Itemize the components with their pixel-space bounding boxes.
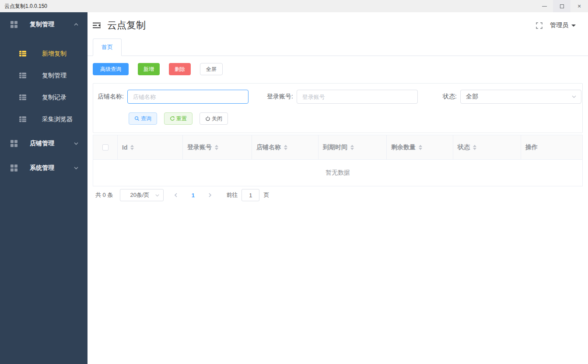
fullscreen-icon[interactable]: [536, 22, 542, 29]
close-filter-button[interactable]: 关闭: [200, 112, 228, 125]
sort-caret-icon[interactable]: [350, 145, 354, 150]
sidebar-fold-icon[interactable]: [93, 22, 101, 29]
goto-page-input[interactable]: [242, 189, 259, 201]
chevron-down-icon: [571, 94, 577, 99]
pagination-total: 共 0 条: [95, 191, 113, 199]
caret-down-icon[interactable]: [571, 24, 576, 27]
toolbar: 高级查询 新增 删除 全屏: [93, 63, 583, 75]
sidebar-item-copy-records[interactable]: 复制记录: [0, 87, 88, 108]
delete-button[interactable]: 删除: [169, 63, 191, 75]
reset-button-label: 重置: [176, 115, 187, 122]
table-icon: [19, 73, 26, 79]
data-table: Id 登录账号 店铺名称 到期时间: [93, 135, 583, 186]
page-title: 云点复制: [107, 19, 146, 32]
chevron-right-icon: [208, 192, 212, 198]
sidebar-item-copy-management[interactable]: 复制管理: [0, 65, 88, 87]
table-icon: [19, 51, 26, 57]
status-select[interactable]: 全部: [460, 90, 581, 104]
table-header-checkbox-cell: [93, 135, 118, 159]
table-header-login-account[interactable]: 登录账号: [183, 135, 252, 159]
prev-page-button[interactable]: [171, 192, 181, 198]
login-account-group: 登录账号:: [267, 90, 418, 104]
current-page-button[interactable]: 1: [188, 192, 198, 199]
window-minimize-button[interactable]: [536, 0, 553, 12]
maximize-icon: [560, 4, 564, 8]
status-label: 状态:: [443, 93, 457, 101]
sidebar-item-collect-browser[interactable]: 采集浏览器: [0, 108, 88, 130]
table-header-id[interactable]: Id: [118, 135, 183, 159]
table-header-remaining-qty[interactable]: 剩余数量: [387, 135, 453, 159]
shop-name-input[interactable]: [127, 90, 248, 104]
table-icon: [19, 116, 26, 122]
search-icon: [134, 116, 140, 121]
shop-name-label: 店铺名称:: [98, 93, 124, 101]
refresh-icon: [170, 116, 175, 121]
sidebar: 复制管理 新增复制 复制管理 复制记录 采集浏览器: [0, 12, 88, 364]
grid-icon: [10, 164, 18, 172]
user-menu[interactable]: 管理员: [550, 21, 568, 29]
window-maximize-button[interactable]: [553, 0, 570, 12]
close-icon: ×: [578, 3, 581, 9]
power-icon: [205, 116, 210, 121]
main-header: 云点复制 管理员: [88, 12, 588, 38]
sidebar-item-label: 采集浏览器: [42, 116, 73, 123]
next-page-button[interactable]: [205, 192, 215, 198]
sort-caret-icon[interactable]: [473, 145, 476, 150]
sidebar-item-label: 复制管理: [42, 72, 66, 80]
login-account-label: 登录账号:: [267, 93, 293, 101]
filter-actions: 查询 重置 关闭: [98, 112, 581, 125]
sidebar-group-copy-management[interactable]: 复制管理: [0, 12, 88, 37]
content: 高级查询 新增 删除 全屏 店铺名称: 登录账号:: [88, 56, 588, 364]
query-button-label: 查询: [141, 115, 151, 122]
table-header-status[interactable]: 状态: [453, 135, 521, 159]
chevron-left-icon: [174, 192, 178, 198]
grid-icon: [10, 140, 18, 147]
tab-home[interactable]: 首页: [93, 38, 122, 56]
sort-caret-icon[interactable]: [215, 145, 218, 150]
sidebar-item-label: 复制记录: [42, 94, 66, 102]
window-titlebar: 云点复制1.0.0.150 ×: [0, 0, 588, 12]
sidebar-submenu: 新增复制 复制管理 复制记录 采集浏览器: [0, 43, 88, 130]
filter-panel: 店铺名称: 登录账号: 状态: 全部: [93, 83, 583, 133]
chevron-down-icon: [74, 141, 79, 146]
filter-form: 店铺名称: 登录账号: 状态: 全部: [98, 90, 581, 104]
sidebar-group-system-management[interactable]: 系统管理: [0, 156, 88, 180]
table-icon: [19, 94, 26, 101]
reset-button[interactable]: 重置: [164, 112, 192, 125]
chevron-down-icon: [155, 193, 160, 198]
goto-label: 前往: [226, 191, 238, 199]
page-size-select[interactable]: 20条/页: [120, 189, 164, 201]
close-filter-button-label: 关闭: [212, 115, 222, 122]
table-header-operation: 操作: [521, 135, 582, 159]
sidebar-item-new-copy[interactable]: 新增复制: [0, 43, 88, 65]
shop-name-group: 店铺名称:: [98, 90, 248, 104]
add-button[interactable]: 新增: [138, 63, 160, 75]
page-suffix-label: 页: [263, 191, 269, 199]
table-header-expire-time[interactable]: 到期时间: [318, 135, 387, 159]
sort-caret-icon[interactable]: [130, 145, 134, 150]
sidebar-group-label: 系统管理: [30, 164, 54, 172]
fullscreen-button[interactable]: 全屏: [200, 63, 223, 75]
table-empty-state: 暂无数据: [93, 160, 582, 186]
advanced-query-button[interactable]: 高级查询: [93, 63, 129, 75]
grid-icon: [10, 21, 18, 28]
minimize-icon: [542, 6, 547, 7]
tab-bar: 首页: [88, 38, 588, 56]
login-account-input[interactable]: [297, 90, 418, 104]
window-controls: ×: [536, 0, 588, 12]
header-right: 管理员: [536, 21, 576, 29]
select-all-checkbox[interactable]: [102, 144, 108, 150]
sort-caret-icon[interactable]: [284, 145, 287, 150]
table-header-row: Id 登录账号 店铺名称 到期时间: [93, 135, 582, 160]
tab-label: 首页: [102, 43, 113, 51]
sort-caret-icon[interactable]: [419, 145, 422, 150]
pagination: 共 0 条 20条/页 1 前往 页: [93, 189, 583, 201]
query-button[interactable]: 查询: [129, 112, 157, 125]
table-header-shop-name[interactable]: 店铺名称: [252, 135, 318, 159]
status-select-value: 全部: [466, 93, 478, 101]
window-close-button[interactable]: ×: [570, 0, 588, 12]
chevron-up-icon: [74, 22, 79, 27]
page-size-value: 20条/页: [130, 191, 149, 199]
window-title: 云点复制1.0.0.150: [4, 3, 47, 10]
sidebar-group-shop-management[interactable]: 店铺管理: [0, 131, 88, 156]
